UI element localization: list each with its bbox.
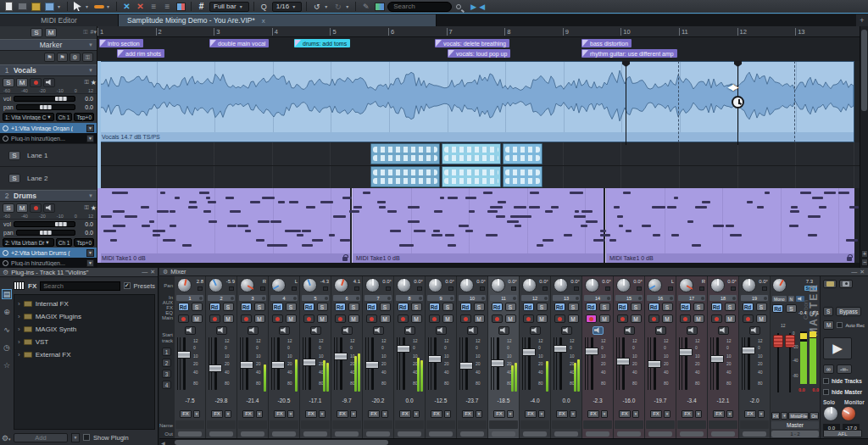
midi-note[interactable] <box>297 234 303 236</box>
pan-knob[interactable] <box>648 278 662 292</box>
pan-mini-icon[interactable] <box>668 286 673 291</box>
channel-name-field[interactable] <box>709 420 737 429</box>
midi-note[interactable] <box>160 192 165 194</box>
channel-output[interactable] <box>394 429 425 438</box>
link-objects-icon[interactable]: ∞ <box>823 364 834 374</box>
record-button[interactable] <box>711 314 722 323</box>
marker-options-icon[interactable]: ⚙ <box>70 53 81 62</box>
solo-button[interactable]: S <box>254 303 265 311</box>
volume-fader[interactable]: 12010204080 <box>300 336 331 395</box>
record-button[interactable] <box>178 314 189 323</box>
fx-button[interactable]: FX <box>587 410 599 418</box>
fx-dropdown-icon[interactable]: ▼ <box>632 410 639 418</box>
mute-button[interactable]: M <box>286 314 297 323</box>
mixer-channel[interactable]: 0.0° 10 Rd S M <box>457 276 488 438</box>
pan-mini-icon[interactable] <box>354 286 359 291</box>
midi-note[interactable] <box>189 201 197 203</box>
fx-button[interactable]: FX <box>650 410 662 418</box>
monitor-speaker-button[interactable] <box>655 326 666 335</box>
transpose-box[interactable]: Tsp+0 <box>74 238 94 247</box>
marker-lock-icon[interactable]: ⚿ <box>82 53 93 62</box>
mute-button[interactable]: M <box>380 314 391 323</box>
volume-fader[interactable]: 12010204080 <box>206 336 236 395</box>
midi-note[interactable] <box>225 197 234 199</box>
minimize-icon[interactable]: — <box>142 269 147 275</box>
midi-note[interactable] <box>808 234 817 236</box>
mute-button[interactable]: M <box>474 314 485 323</box>
monitor-speaker-button[interactable] <box>718 326 729 335</box>
timeline-marker[interactable]: bass distortion <box>581 39 632 47</box>
pan-mini-icon[interactable] <box>448 286 453 291</box>
mute-button[interactable]: M <box>662 314 673 323</box>
volume-slider[interactable] <box>14 96 75 102</box>
lane-solo-button[interactable]: S <box>8 151 20 160</box>
volume-fader[interactable]: 12010204080 <box>457 336 487 395</box>
pan-knob[interactable] <box>522 278 537 292</box>
channel-name-field[interactable] <box>332 420 361 429</box>
object-handle-line[interactable] <box>626 61 626 145</box>
fx-filter-icon[interactable]: FX <box>28 282 36 290</box>
midi-note[interactable] <box>302 244 313 247</box>
mute-button[interactable]: M <box>442 314 453 323</box>
fader-handle[interactable] <box>648 360 661 368</box>
fx-dropdown-icon[interactable]: ▼ <box>538 410 545 418</box>
midi-note[interactable] <box>245 230 251 232</box>
midi-note[interactable] <box>349 210 359 213</box>
search-box[interactable] <box>387 2 452 12</box>
midi-note[interactable] <box>387 210 396 213</box>
pan-knob[interactable] <box>271 278 286 292</box>
marker-track-header[interactable]: Marker▼ <box>0 39 97 51</box>
solo-button[interactable]: S <box>474 303 485 311</box>
draw-mode-dropdown-icon[interactable]: ▾ <box>107 3 112 9</box>
pan-knob[interactable] <box>397 278 411 292</box>
take-clip[interactable] <box>442 166 501 187</box>
mixer-channel[interactable]: 2.8 1 Rd S M <box>175 276 206 438</box>
gear-icon[interactable]: ⚙ <box>3 269 8 276</box>
plugin-power-icon[interactable] <box>3 125 8 131</box>
search-icon[interactable] <box>456 4 461 9</box>
record-button[interactable] <box>523 314 534 323</box>
track-star-icon[interactable]: ★ <box>91 204 97 212</box>
midi-note[interactable] <box>250 201 260 203</box>
monitor-speaker-button[interactable] <box>404 326 415 335</box>
scroll-left-icon[interactable]: ◀ <box>161 440 165 445</box>
record-button[interactable] <box>272 314 283 323</box>
pan-mini-icon[interactable] <box>637 286 642 291</box>
midi-note[interactable] <box>237 225 247 227</box>
global-mute-button[interactable]: M <box>823 320 834 330</box>
fx-button[interactable]: FX <box>744 410 756 418</box>
record-button[interactable] <box>586 314 597 323</box>
midi-note[interactable] <box>726 225 733 227</box>
solo-button[interactable]: S <box>286 303 297 311</box>
gear-icon[interactable]: ⚙ <box>163 269 168 275</box>
play-forward-icon[interactable]: ▶ <box>470 3 476 11</box>
mute-button[interactable]: M <box>631 314 642 323</box>
midi-note[interactable] <box>642 225 651 227</box>
fader-handle[interactable] <box>334 353 348 360</box>
volume-fader[interactable]: 12010204080 <box>426 336 456 395</box>
fx-dropdown-icon[interactable]: ▼ <box>726 410 733 418</box>
master-read-button[interactable]: Rd <box>772 304 783 313</box>
midi-note[interactable] <box>614 206 620 209</box>
normalize-button[interactable]: N <box>788 296 795 302</box>
timeline-marker[interactable]: rhythm guitar: use different amp <box>581 49 677 58</box>
mixer-channel[interactable]: -5.9 2 Rd S M <box>206 276 237 438</box>
midi-note[interactable] <box>170 210 175 213</box>
mute-button[interactable]: M <box>756 314 767 323</box>
fx-dropdown-icon[interactable]: ▼ <box>256 410 263 418</box>
new-project-icon[interactable] <box>3 2 14 12</box>
fx-dropdown-icon[interactable]: ▼ <box>507 410 514 418</box>
fx-dropdown-icon[interactable]: ▼ <box>193 410 200 418</box>
presets-checkbox[interactable]: ✓ <box>124 282 131 289</box>
midi-note[interactable] <box>170 225 176 227</box>
midi-note[interactable] <box>757 206 764 209</box>
plugin-dropdown-icon[interactable]: ▼ <box>86 135 94 142</box>
fx-button[interactable]: FX <box>556 410 568 418</box>
read-automation-button[interactable]: Rd <box>711 303 722 311</box>
midi-note[interactable] <box>747 201 753 203</box>
pan-mini-icon[interactable] <box>292 286 297 291</box>
pan-knob[interactable] <box>303 278 317 292</box>
midi-note[interactable] <box>808 215 820 218</box>
redo-dropdown-icon[interactable]: ▾ <box>346 3 351 9</box>
record-button[interactable] <box>554 314 565 323</box>
